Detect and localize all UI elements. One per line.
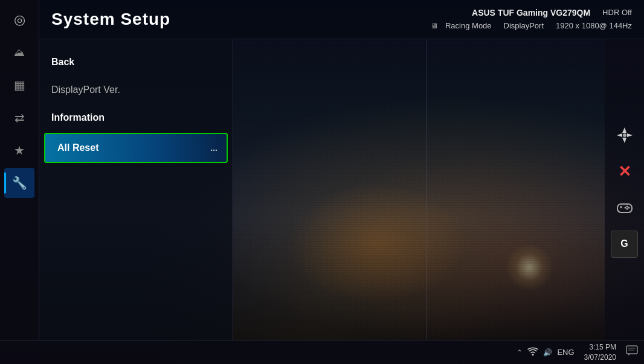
mode-info-line: 🖥 Racing Mode DisplayPort 1920 x 1080@ 1… bbox=[431, 20, 632, 33]
menu-item-displayport[interactable]: DisplayPort Ver. bbox=[39, 76, 233, 104]
product-name: ASUS TUF Gaming VG279QM bbox=[472, 6, 590, 19]
header-info: ASUS TUF Gaming VG279QM HDR Off 🖥 Racing… bbox=[431, 6, 632, 32]
divider-1 bbox=[233, 39, 233, 340]
taskbar-system-icons: ⌃ 🔊 ENG 3:15 PM 3/07/2020 bbox=[517, 342, 638, 363]
svg-point-8 bbox=[626, 206, 628, 208]
taskbar-clock: 3:15 PM 3/07/2020 bbox=[584, 342, 616, 363]
taskbar-lang-label: ENG bbox=[557, 348, 574, 357]
sidebar-icon-dashboard[interactable]: ◎ bbox=[4, 5, 34, 35]
logo-button[interactable]: G bbox=[611, 231, 638, 258]
close-button[interactable]: ✕ bbox=[611, 158, 638, 185]
gamepad-button[interactable] bbox=[611, 194, 638, 222]
svg-marker-2 bbox=[617, 133, 622, 137]
svg-marker-1 bbox=[622, 138, 626, 143]
taskbar-volume-icon: 🔊 bbox=[543, 348, 552, 357]
sidebar-icon-color[interactable]: ▦ bbox=[4, 70, 34, 100]
nav-button[interactable] bbox=[611, 122, 638, 149]
right-controls-panel: ✕ G bbox=[605, 39, 644, 340]
sidebar-icon-image[interactable]: ⛰ bbox=[4, 37, 34, 68]
taskbar-chat-icon[interactable] bbox=[626, 345, 638, 359]
taskbar-wifi-icon bbox=[527, 347, 538, 357]
svg-point-10 bbox=[624, 207, 626, 209]
svg-point-12 bbox=[532, 354, 534, 356]
svg-marker-0 bbox=[622, 127, 626, 133]
divider-2 bbox=[426, 39, 427, 340]
menu-item-back[interactable]: Back bbox=[39, 48, 233, 76]
sidebar-icon-input[interactable]: ⇄ bbox=[4, 103, 34, 133]
resolution-label: 1920 x 1080@ 144Hz bbox=[556, 20, 632, 33]
svg-point-11 bbox=[626, 208, 628, 210]
menu-item-allreset[interactable]: All Reset bbox=[44, 133, 228, 163]
port-label: DisplayPort bbox=[504, 20, 544, 33]
sidebar: ◎ ⛰ ▦ ⇄ ★ 🔧 bbox=[0, 0, 39, 364]
g-logo-icon: G bbox=[620, 238, 628, 249]
taskbar: ⌃ 🔊 ENG 3:15 PM 3/07/2020 bbox=[0, 340, 644, 364]
menu-panel: Back DisplayPort Ver. Information All Re… bbox=[39, 39, 233, 340]
sidebar-icon-settings[interactable]: 🔧 bbox=[4, 168, 34, 198]
svg-marker-3 bbox=[627, 133, 633, 137]
racing-mode-label: Racing Mode bbox=[445, 20, 492, 33]
menu-item-information[interactable]: Information bbox=[39, 104, 233, 132]
main-content: Back DisplayPort Ver. Information All Re… bbox=[39, 39, 605, 340]
hdr-status: HDR Off bbox=[602, 7, 632, 19]
close-x-icon: ✕ bbox=[618, 162, 631, 181]
taskbar-chevron-icon: ⌃ bbox=[517, 348, 523, 357]
taskbar-date-display: 3/07/2020 bbox=[584, 353, 616, 363]
header-bar: System Setup ASUS TUF Gaming VG279QM HDR… bbox=[39, 0, 644, 39]
sidebar-icon-favorites[interactable]: ★ bbox=[4, 135, 34, 165]
page-title: System Setup bbox=[51, 10, 170, 29]
svg-point-9 bbox=[628, 207, 630, 209]
svg-point-4 bbox=[623, 133, 626, 137]
taskbar-time-display: 3:15 PM bbox=[584, 342, 616, 353]
monitor-small-icon: 🖥 bbox=[431, 21, 438, 32]
